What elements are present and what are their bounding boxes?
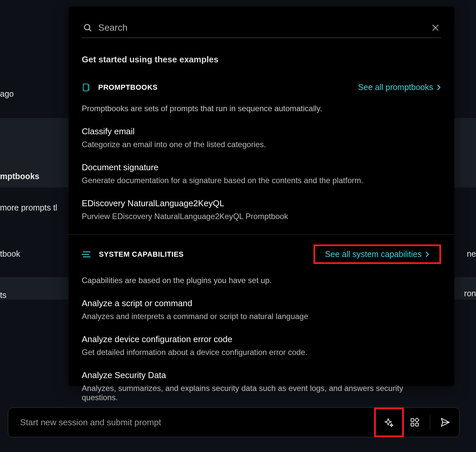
svg-point-0 <box>84 24 90 30</box>
send-icon <box>440 417 451 428</box>
svg-rect-11 <box>416 423 419 426</box>
capability-item-title: Analyze a script or command <box>82 298 441 308</box>
bg-text-ts: ts <box>0 290 6 300</box>
chevron-right-icon <box>425 251 430 258</box>
promptbook-icon <box>82 83 91 92</box>
promptbook-item[interactable]: Document signature Generate documentatio… <box>82 162 441 185</box>
apps-icon <box>410 417 420 427</box>
sparkle-button[interactable] <box>376 409 402 436</box>
capability-item[interactable]: Analyze Security Data Analyzes, summariz… <box>82 370 441 402</box>
sparkle-icon <box>384 417 394 427</box>
bg-text-mptbooks: mptbooks <box>0 172 39 181</box>
svg-rect-9 <box>411 419 414 422</box>
promptbook-item[interactable]: Classify email Categorize an email into … <box>82 126 441 149</box>
svg-rect-12 <box>415 418 419 422</box>
bg-text-more-prompts: more prompts tl <box>0 203 57 212</box>
promptbook-item-desc: Purview EDiscovery NaturalLanguage2KeyQL… <box>82 212 441 221</box>
see-all-promptbooks-label: See all promptbooks <box>358 82 433 92</box>
capability-item[interactable]: Analyze device configuration error code … <box>82 334 441 357</box>
capabilities-icon <box>82 250 92 259</box>
promptbook-item-title: EDiscovery NaturalLanguage2KeyQL <box>82 198 441 209</box>
search-icon <box>83 23 92 32</box>
bg-text-right1: ne <box>467 249 476 259</box>
capability-item-title: Analyze device configuration error code <box>82 334 441 344</box>
send-button[interactable] <box>437 414 453 430</box>
see-all-capabilities-label: See all system capabilities <box>325 249 422 259</box>
search-row <box>82 20 441 38</box>
prompt-bar <box>8 407 460 437</box>
capability-item-desc: Analyzes and interprets a command or scr… <box>82 312 441 321</box>
close-icon <box>431 23 440 32</box>
intro-subtitle: Get started using these examples <box>82 54 441 65</box>
promptbook-item-title: Classify email <box>82 126 441 137</box>
bg-text-tbook: tbook <box>0 249 20 259</box>
capabilities-header: SYSTEM CAPABILITIES See all system capab… <box>82 244 441 264</box>
chevron-right-icon <box>436 84 441 91</box>
prompt-input[interactable] <box>20 417 371 428</box>
capability-item[interactable]: Analyze a script or command Analyzes and… <box>82 298 441 321</box>
capability-item-title: Analyze Security Data <box>82 370 441 380</box>
promptbook-item[interactable]: EDiscovery NaturalLanguage2KeyQL Purview… <box>82 198 441 221</box>
promptbook-item-desc: Categorize an email into one of the list… <box>82 140 441 149</box>
promptbook-item-desc: Generate documentation for a signature b… <box>82 176 441 185</box>
vertical-divider <box>430 415 430 430</box>
bg-text-ago: ago <box>0 89 14 99</box>
prompts-popup: Get started using these examples PROMPTB… <box>69 7 454 386</box>
capability-item-desc: Analyzes, summarizes, and explains secur… <box>82 384 441 402</box>
promptbooks-title: PROMPTBOOKS <box>98 83 158 92</box>
see-all-promptbooks-link[interactable]: See all promptbooks <box>358 82 441 92</box>
capabilities-description: Capabilities are based on the plugins yo… <box>82 276 441 285</box>
capabilities-title: SYSTEM CAPABILITIES <box>99 250 184 259</box>
svg-rect-10 <box>411 423 414 426</box>
section-divider <box>69 234 454 235</box>
apps-button[interactable] <box>407 414 423 430</box>
capability-item-desc: Get detailed information about a device … <box>82 348 441 357</box>
see-all-capabilities-link[interactable]: See all system capabilities <box>313 244 441 264</box>
promptbook-item-title: Document signature <box>82 162 441 173</box>
search-input[interactable] <box>98 22 425 33</box>
svg-rect-4 <box>83 84 88 91</box>
promptbooks-description: Promptbooks are sets of prompts that run… <box>82 104 441 113</box>
promptbooks-header: PROMPTBOOKS See all promptbooks <box>82 82 441 92</box>
svg-line-1 <box>89 29 91 31</box>
close-button[interactable] <box>431 23 440 32</box>
bg-text-right2: ron <box>464 289 476 298</box>
